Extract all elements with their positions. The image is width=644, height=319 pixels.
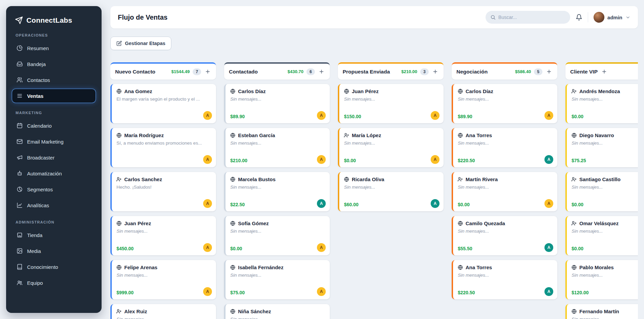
contact-card[interactable]: Ana TorresSin mensajes...$220.50A xyxy=(452,260,557,299)
column-title: Propuesta Enviada xyxy=(343,69,390,75)
column-count-badge: 3 xyxy=(420,68,429,75)
column-total: $430.70 xyxy=(287,69,303,74)
sidebar-item-analiticas[interactable]: Analíticas xyxy=(12,198,95,212)
sidebar-item-tienda[interactable]: Tienda xyxy=(12,228,95,242)
sidebar-item-automatizacion[interactable]: Automatización xyxy=(12,167,95,180)
globe-icon xyxy=(230,89,235,94)
assignee-avatar: A xyxy=(544,111,553,120)
contact-card[interactable]: Carlos DíazSin mensajes...$89.90A xyxy=(452,84,557,123)
contact-card[interactable]: Andrés MendozaSin mensajes...$0.00A xyxy=(565,84,638,123)
contact-card[interactable]: Fernando MartínSin mensajes...$0.00A xyxy=(565,304,638,319)
contact-card[interactable]: Sofía GómezSin mensajes...$0.00A xyxy=(224,216,330,255)
contact-card[interactable]: Pablo MoralesSin mensajes...$120.00A xyxy=(565,260,638,299)
contact-card[interactable]: Ricarda OlivaSin mensajes...$60.00A xyxy=(338,172,444,211)
contact-card[interactable]: María RodríguezSí, a menudo enviamos pro… xyxy=(110,128,216,167)
robot-icon xyxy=(17,170,23,176)
contact-card[interactable]: Ana TorresSin mensajes...$220.50A xyxy=(452,128,557,167)
sidebar-item-equipo[interactable]: Equipo xyxy=(12,276,95,290)
contact-name: Camilo Quezada xyxy=(466,220,505,226)
contact-card[interactable]: Carlos DíazSin mensajes...$89.90A xyxy=(224,84,330,123)
globe-icon xyxy=(230,265,235,270)
contact-name: Alex Ruiz xyxy=(124,309,147,314)
last-message: Sin mensajes... xyxy=(458,185,553,190)
last-message: El margen varía según el producto y el .… xyxy=(116,97,211,102)
deal-value: $0.00 xyxy=(344,158,356,163)
sidebar-item-conocimiento[interactable]: Conocimiento xyxy=(12,260,95,274)
column-total: $586.40 xyxy=(515,69,531,74)
column-total: $210.00 xyxy=(401,69,417,74)
contact-name: María Rodríguez xyxy=(124,132,164,138)
contact-card[interactable]: Marcela BustosSin mensajes...$22.50A xyxy=(224,172,330,211)
contact-card[interactable]: Juan PérezSin mensajes...$150.00A xyxy=(338,84,444,123)
contact-card[interactable]: Diego NavarroSin mensajes...$75.25A xyxy=(565,128,638,167)
brand: ConnectLabs xyxy=(12,15,95,24)
last-message: Sin mensajes... xyxy=(116,229,211,234)
contact-card[interactable]: Camilo QuezadaSin mensajes...$55.50A xyxy=(452,216,557,255)
user-menu[interactable]: admin xyxy=(594,12,630,23)
contact-card[interactable]: Ana GomezEl margen varía según el produc… xyxy=(110,84,216,123)
card-list: Ana GomezEl margen varía según el produc… xyxy=(110,84,216,319)
contact-card[interactable]: Esteban GarcíaSin mensajes...$210.00A xyxy=(224,128,330,167)
globe-icon xyxy=(344,89,349,94)
contact-name: Niña Sánchez xyxy=(238,309,271,314)
globe-icon xyxy=(458,133,463,138)
kanban-column-nuevo-contacto: Nuevo Contacto$1544.497Ana GomezEl marge… xyxy=(110,62,216,319)
add-card-button[interactable] xyxy=(601,68,608,75)
sidebar-item-label: Tienda xyxy=(27,232,42,238)
sidebar-item-broadcaster[interactable]: Broadcaster xyxy=(12,151,95,164)
megaphone-icon xyxy=(17,154,23,161)
contact-name: Fernando Martín xyxy=(579,309,619,314)
contact-name: Santiago Castillo xyxy=(579,176,621,182)
add-card-button[interactable] xyxy=(318,68,325,75)
sidebar-item-email-marketing[interactable]: Email Marketing xyxy=(12,135,95,148)
sidebar-item-ventas[interactable]: Ventas xyxy=(12,89,95,103)
search-icon xyxy=(490,15,496,20)
contact-card[interactable]: Isabella FernándezSin mensajes...$75.00A xyxy=(224,260,330,299)
topbar: Flujo de Ventas admin xyxy=(110,6,638,28)
assignee-avatar: A xyxy=(203,155,212,164)
notifications-button[interactable] xyxy=(576,14,582,21)
search-input[interactable] xyxy=(498,15,565,20)
manage-stages-button[interactable]: Gestionar Etapas xyxy=(110,37,171,50)
card-name-row: Omar Velásquez xyxy=(572,220,638,226)
contact-card[interactable]: Juan PérezSin mensajes...$450.00A xyxy=(110,216,216,255)
topbar-divider xyxy=(588,12,588,22)
card-name-row: Marcela Bustos xyxy=(230,176,325,182)
sidebar-item-bandeja[interactable]: Bandeja xyxy=(12,57,95,71)
search-box[interactable] xyxy=(486,11,570,24)
plus-icon xyxy=(319,69,324,75)
sidebar-item-label: Ventas xyxy=(27,93,43,99)
plus-icon xyxy=(205,69,211,75)
card-name-row: María López xyxy=(344,132,439,138)
last-message: Sin mensajes... xyxy=(572,97,638,102)
last-message: Sin mensajes... xyxy=(572,273,638,278)
contact-name: Pablo Morales xyxy=(579,264,614,270)
sidebar-item-segmentos[interactable]: Segmentos xyxy=(12,183,95,196)
assignee-avatar: A xyxy=(317,111,326,120)
add-card-button[interactable] xyxy=(204,68,211,75)
globe-icon xyxy=(230,133,235,138)
card-name-row: Felipe Arenas xyxy=(116,264,211,270)
add-card-button[interactable] xyxy=(432,68,439,75)
assignee-avatar: A xyxy=(544,199,553,208)
sidebar-item-contactos[interactable]: Contactos xyxy=(12,73,95,87)
sidebar-item-resumen[interactable]: Resumen xyxy=(12,41,95,55)
last-message: Sin mensajes... xyxy=(458,97,553,102)
column-title: Contactado xyxy=(229,69,258,75)
deal-value: $89.90 xyxy=(230,114,245,119)
sidebar-item-media[interactable]: Media xyxy=(12,244,95,258)
contact-card[interactable]: Alex RuizSin mensajes...$49.99A xyxy=(110,304,216,319)
sidebar-item-label: Contactos xyxy=(27,77,50,83)
contact-card[interactable]: Niña SánchezSin mensajes...$33.30A xyxy=(224,304,330,319)
contact-card[interactable]: Martín RiveraSin mensajes...$0.00A xyxy=(452,172,557,211)
contact-card[interactable]: Santiago CastilloSin mensajes...$0.00A xyxy=(565,172,638,211)
sidebar-item-calendario[interactable]: Calendario xyxy=(12,119,95,132)
app-root: ConnectLabs OPERACIONESResumenBandejaCon… xyxy=(0,0,644,319)
contact-card[interactable]: Felipe ArenasSin mensajes...$999.00A xyxy=(110,260,216,299)
deal-value: $22.50 xyxy=(230,202,245,207)
contact-card[interactable]: María LópezSin mensajes...$0.00A xyxy=(338,128,444,167)
add-card-button[interactable] xyxy=(545,68,553,75)
kanban-column-contactado: Contactado$430.706Carlos DíazSin mensaje… xyxy=(224,62,330,319)
contact-card[interactable]: Carlos SanchezHecho. ¡Saludos!A xyxy=(110,172,216,211)
contact-card[interactable]: Omar VelásquezSin mensajes...$0.00A xyxy=(565,216,638,255)
